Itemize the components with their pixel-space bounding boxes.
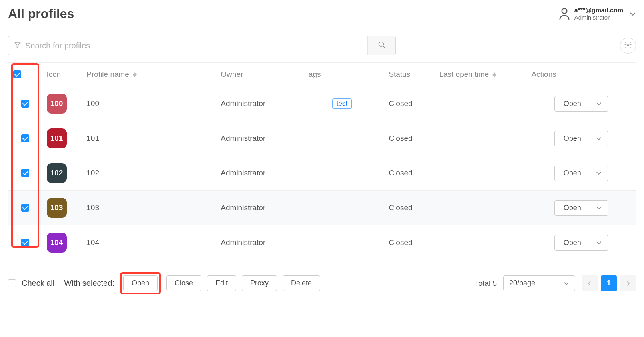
sort-icon	[133, 72, 137, 77]
open-button[interactable]: Open	[554, 96, 590, 112]
pager-next[interactable]	[620, 275, 636, 291]
open-button-more[interactable]	[590, 131, 608, 146]
profile-last-open	[434, 156, 526, 191]
account-role: Administrator	[574, 14, 623, 21]
profile-status: Closed	[384, 225, 434, 260]
profile-name[interactable]: 100	[82, 86, 216, 121]
column-owner: Owner	[216, 63, 300, 86]
tag-chip[interactable]: test	[332, 98, 352, 109]
bulk-delete-button[interactable]: Delete	[283, 275, 320, 291]
profile-last-open	[434, 86, 526, 121]
filter-icon	[14, 41, 25, 50]
svg-point-0	[562, 8, 567, 14]
column-profile-name[interactable]: Profile name	[82, 63, 216, 86]
check-all-checkbox[interactable]	[8, 279, 16, 287]
profile-name[interactable]: 104	[82, 225, 216, 260]
sort-icon	[492, 72, 496, 77]
profile-name[interactable]: 101	[82, 121, 216, 156]
open-button-more[interactable]	[590, 235, 608, 251]
profile-tags	[300, 191, 384, 225]
search-row	[8, 36, 636, 55]
profile-last-open	[434, 191, 526, 225]
profile-status: Closed	[384, 86, 434, 121]
column-profile-name-label: Profile name	[86, 70, 129, 78]
table-row: 104104AdministratorClosedOpen	[8, 225, 636, 260]
search-icon	[378, 41, 386, 50]
profile-actions: Open	[526, 225, 636, 260]
page-title: All profiles	[8, 6, 74, 21]
profile-tags: test	[300, 86, 384, 121]
chevron-down-icon	[630, 10, 636, 18]
profile-name[interactable]: 102	[82, 156, 216, 191]
profile-tags	[300, 156, 384, 191]
bulk-open-button[interactable]: Open	[123, 275, 158, 291]
user-icon	[558, 7, 570, 21]
column-actions: Actions	[526, 63, 636, 86]
table-row: 102102AdministratorClosedOpen	[8, 156, 636, 191]
profile-last-open	[434, 225, 526, 260]
open-button[interactable]: Open	[554, 235, 590, 251]
check-all-label: Check all	[22, 279, 54, 288]
page-size-select[interactable]: 20/page	[503, 275, 575, 291]
pager-page-1[interactable]: 1	[601, 275, 617, 291]
table-row: 101101AdministratorClosedOpen	[8, 121, 636, 156]
account-menu[interactable]: a***@gmail.com Administrator	[558, 6, 636, 21]
table-row: 103103AdministratorClosedOpen	[8, 191, 636, 225]
account-email: a***@gmail.com	[574, 6, 623, 14]
profile-owner: Administrator	[216, 225, 300, 260]
column-last-open[interactable]: Last open time	[434, 63, 526, 86]
row-checkbox[interactable]	[21, 204, 29, 212]
open-button-more[interactable]	[590, 166, 608, 181]
bulk-edit-button[interactable]: Edit	[207, 275, 236, 291]
column-status: Status	[384, 63, 434, 86]
row-checkbox[interactable]	[21, 239, 29, 247]
profile-icon: 103	[47, 198, 67, 218]
column-tags: Tags	[300, 63, 384, 86]
profile-status: Closed	[384, 156, 434, 191]
profile-tags	[300, 121, 384, 156]
select-all-checkbox[interactable]	[13, 70, 21, 78]
profile-owner: Administrator	[216, 156, 300, 191]
profile-icon: 104	[47, 233, 67, 253]
profile-status: Closed	[384, 191, 434, 225]
settings-button[interactable]	[620, 38, 636, 54]
row-checkbox[interactable]	[21, 100, 29, 108]
bulk-close-button[interactable]: Close	[166, 275, 201, 291]
row-checkbox[interactable]	[21, 169, 29, 177]
profile-last-open	[434, 121, 526, 156]
profile-name[interactable]: 103	[82, 191, 216, 225]
profile-actions: Open	[526, 121, 636, 156]
pagination: 1	[582, 275, 636, 291]
pager-prev[interactable]	[582, 275, 598, 291]
profile-status: Closed	[384, 121, 434, 156]
profiles-table: Icon Profile name Owner Tags Status Last…	[8, 62, 636, 260]
svg-point-2	[627, 44, 629, 46]
with-selected-label: With selected:	[64, 279, 114, 288]
open-button-more[interactable]	[590, 200, 608, 216]
total-count: Total 5	[475, 279, 497, 288]
column-icon: Icon	[42, 63, 82, 86]
open-button-more[interactable]	[590, 96, 608, 112]
table-area: Icon Profile name Owner Tags Status Last…	[8, 62, 636, 260]
profile-owner: Administrator	[216, 86, 300, 121]
search-button[interactable]	[367, 36, 395, 55]
search-box	[8, 36, 396, 55]
chevron-down-icon	[564, 279, 569, 287]
open-button[interactable]: Open	[554, 131, 590, 146]
footer-right: Total 5 20/page 1	[475, 275, 636, 291]
profile-icon: 101	[47, 128, 67, 148]
profile-owner: Administrator	[216, 191, 300, 225]
profile-icon: 100	[47, 94, 67, 114]
column-checkbox	[8, 63, 42, 86]
search-input[interactable]	[25, 41, 362, 50]
row-checkbox[interactable]	[21, 134, 29, 142]
open-button[interactable]: Open	[554, 166, 590, 181]
page-size-label: 20/page	[509, 279, 535, 287]
open-button[interactable]: Open	[554, 200, 590, 216]
profile-icon: 102	[47, 163, 67, 183]
column-last-open-label: Last open time	[439, 70, 489, 78]
svg-point-1	[379, 42, 383, 47]
bulk-proxy-button[interactable]: Proxy	[242, 275, 277, 291]
highlight-open-button: Open	[120, 272, 161, 294]
table-row: 100100AdministratortestClosedOpen	[8, 86, 636, 121]
